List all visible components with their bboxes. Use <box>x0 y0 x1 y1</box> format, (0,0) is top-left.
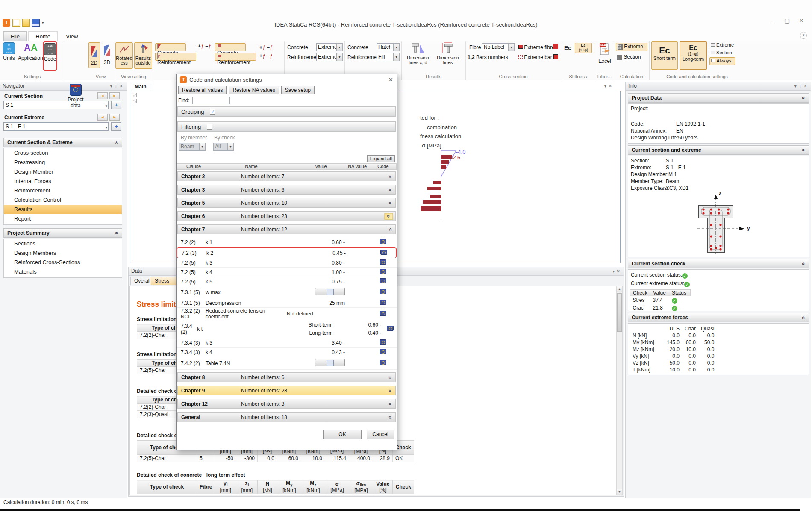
scroll-thumb[interactable] <box>617 293 622 332</box>
eu-flag-icon[interactable] <box>380 259 386 265</box>
table-row[interactable]: Stres 37.4 ✓ <box>630 296 691 304</box>
main-view-tab[interactable]: Main <box>130 83 151 91</box>
eu-flag-icon[interactable] <box>380 289 386 294</box>
expand-view-icon[interactable]: ⤢ <box>132 93 137 97</box>
by-check-select[interactable]: All▾ <box>213 143 234 151</box>
chapter-row[interactable]: Chapter 5Number of items: 10» <box>177 198 396 208</box>
setting-row[interactable]: 7.3.4 (2) k t Short-term0.60 - Long-term… <box>177 320 397 338</box>
eu-flag-icon[interactable] <box>380 250 387 255</box>
col-code[interactable]: Code <box>374 164 393 169</box>
eu-flag-icon[interactable] <box>380 360 386 365</box>
view-3d-button[interactable]: 3D <box>101 42 113 68</box>
grouping-bar[interactable]: Grouping ✓ <box>177 106 396 117</box>
table-74n-button[interactable] <box>315 359 345 366</box>
panel-close-icon[interactable]: ✕ <box>120 84 125 88</box>
setting-row-highlighted[interactable]: 7.2 (3)k 20.45 - <box>177 247 397 258</box>
expand-chapter-icon[interactable]: » <box>388 188 394 191</box>
pin-icon[interactable]: ⊤ <box>114 84 120 88</box>
setting-row[interactable]: 7.3.4 (3)k 40.43 - <box>177 348 397 357</box>
fill-reinforcement-select[interactable]: Fill▾ <box>377 53 400 61</box>
code-button[interactable]: 1,159025.8 Code <box>43 41 57 71</box>
chapter-row[interactable]: GeneralNumber of items: 18» <box>177 412 396 422</box>
nav-item-design-members[interactable]: Design Members <box>4 248 122 258</box>
ec-phi-button[interactable]: Ec(1+φ) <box>575 43 592 53</box>
calc-extreme-button[interactable]: +−×= Extreme <box>616 43 647 51</box>
prev-section-button[interactable]: ◄ <box>97 92 108 99</box>
nav-item-sections[interactable]: Sections <box>4 239 122 248</box>
setting-row[interactable]: 7.2 (5)k 41.00 - <box>177 268 397 277</box>
panel-menu-icon[interactable]: ▾ <box>110 84 114 88</box>
expand-chapter-icon[interactable]: » <box>388 389 394 392</box>
extreme-forces-group[interactable]: Current extreme forces« <box>628 313 809 322</box>
data-scrollbar[interactable]: ▲ ▼ <box>616 286 623 495</box>
calc-section-button[interactable]: +−×= Section <box>616 53 647 62</box>
add-extreme-button[interactable]: + <box>111 122 121 131</box>
stress1-reinforcement-button[interactable]: Reinforcement <box>155 53 196 61</box>
excel-button[interactable]: XLS Excel <box>597 42 612 64</box>
current-section-group[interactable]: Current section and extreme« <box>628 145 809 155</box>
next-section-button[interactable]: ► <box>109 92 120 99</box>
dimension-lines-xd-button[interactable]: Dimension lines x, d <box>405 42 431 65</box>
eu-flag-icon[interactable] <box>380 278 386 283</box>
units-button[interactable]: mkNMPa Units <box>2 42 16 61</box>
expand-chapter-icon[interactable]: » <box>388 175 394 178</box>
view-2d-button[interactable]: 2D <box>88 42 100 68</box>
find-input[interactable] <box>192 97 230 104</box>
panel-close-icon[interactable]: ✕ <box>617 269 622 274</box>
add-stress-icon[interactable]: +ƒ −ƒ <box>198 43 211 49</box>
col-na-value[interactable]: NA value <box>348 164 374 169</box>
stress2-reinforcement-button[interactable]: Reinforcement <box>215 53 256 61</box>
nav-item-cross-section[interactable]: Cross-section <box>4 148 122 158</box>
expand-chapter-icon[interactable]: » <box>388 376 394 379</box>
setting-row[interactable]: 7.4.2 (2)Table 7.4N <box>177 357 397 370</box>
tab-stress-limitation[interactable]: Stress Li <box>151 277 177 285</box>
setting-row[interactable]: 7.2 (5)k 50.75 - <box>177 277 397 286</box>
chapter-row[interactable]: Chapter 8Number of items: 6» <box>177 372 396 382</box>
expand-chapter-icon[interactable]: » <box>388 201 394 204</box>
prev-extreme-button[interactable]: ◄ <box>97 114 108 121</box>
wmax-table-button[interactable] <box>315 288 345 295</box>
nav-item-prestressing[interactable]: Prestressing <box>4 158 122 167</box>
panel-close-icon[interactable]: ✕ <box>804 84 809 88</box>
tab-home[interactable]: Home <box>28 31 58 41</box>
option-section[interactable]: Section <box>709 50 735 57</box>
eu-flag-icon[interactable] <box>380 339 386 345</box>
ec-button[interactable]: Ec <box>564 44 571 51</box>
rotated-css-button[interactable]: Rotated css <box>115 42 133 69</box>
setting-row[interactable]: 7.2 (2)k 10.60 - <box>177 238 397 247</box>
expand-all-button[interactable]: Expand all <box>367 155 395 162</box>
col-value[interactable]: Value <box>297 164 348 169</box>
close-icon[interactable]: ✕ <box>795 17 808 24</box>
draw-reinforcement-select[interactable]: Extreme▾ <box>316 53 343 61</box>
project-data-group[interactable]: Project Data« <box>628 93 809 103</box>
stress2-concrete-button[interactable]: Concrete <box>215 43 246 51</box>
nav-item-results[interactable]: Results <box>4 205 122 214</box>
panel-menu-icon[interactable]: ▾ <box>794 84 798 88</box>
col-clause[interactable]: Clause <box>177 164 206 169</box>
dialog-close-icon[interactable]: ✕ <box>388 77 393 83</box>
cancel-button[interactable]: Cancel <box>367 430 394 439</box>
restore-na-values-button[interactable]: Restore NA values <box>229 86 279 94</box>
eu-flag-icon[interactable] <box>380 311 386 316</box>
by-member-select[interactable]: Beam▾ <box>179 143 206 151</box>
expand-chapter-icon[interactable]: » <box>388 402 394 405</box>
option-extreme[interactable]: Extreme <box>709 42 735 50</box>
fill-concrete-select[interactable]: Hatch▾ <box>377 43 400 51</box>
stress1-concrete-button[interactable]: Concrete <box>155 43 186 51</box>
minimize-icon[interactable]: – <box>766 17 779 24</box>
extreme-fibre-item[interactable]: Extreme fibre <box>518 44 555 50</box>
setting-row[interactable]: 7.2 (5)k 30.80 - <box>177 258 397 268</box>
extreme-fibre-add-icon[interactable] <box>553 44 558 49</box>
collapse-chapter-icon[interactable]: » <box>388 228 394 231</box>
bars-numbers-item[interactable]: 1,2 Bars numbers <box>468 54 508 60</box>
nav-item-calculation-control[interactable]: Calculation Control <box>4 195 122 205</box>
nav-item-report[interactable]: Report <box>4 214 122 224</box>
extreme-bar-item[interactable]: Extreme bar <box>518 54 552 60</box>
application-button[interactable]: AA Application <box>18 42 42 61</box>
extreme-bar-add-icon[interactable] <box>553 54 558 59</box>
section-check-group[interactable]: Current section check« <box>628 259 809 268</box>
draw-concrete-select[interactable]: Extreme▾ <box>316 43 343 51</box>
add-section-button[interactable]: + <box>111 101 121 109</box>
nav-item-materials[interactable]: Materials <box>4 267 122 277</box>
filtering-checkbox[interactable] <box>207 124 212 130</box>
